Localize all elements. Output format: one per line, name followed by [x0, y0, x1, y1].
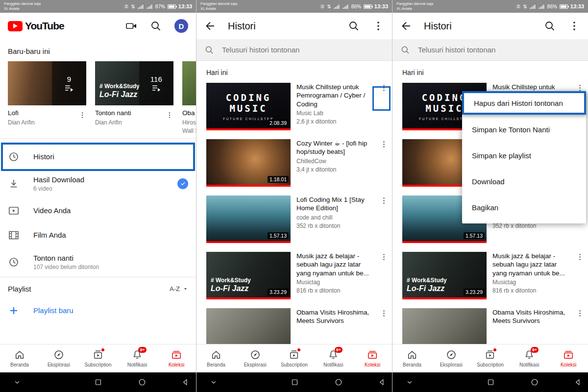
- playlist-thumbnail: 9: [8, 61, 86, 105]
- signal-icon-2: [539, 4, 545, 9]
- back-nav-icon[interactable]: [574, 378, 582, 387]
- status-time: 13:33: [178, 3, 192, 9]
- sidebar-item-hasil-download[interactable]: Hasil Download6 video: [0, 169, 196, 198]
- screenshot-canvas: Panggilan darurat saja XL Axiata ② ⇅ 87%…: [0, 0, 588, 392]
- recent-playlist-lofi[interactable]: 9 Lofi Dian Arifin: [8, 61, 86, 134]
- sort-control[interactable]: A-Z: [170, 285, 188, 293]
- sidebar-item-tonton-nanti[interactable]: Tonton nanti107 video belum ditonton: [0, 247, 196, 277]
- panel-history: Panggilan darurat saja XL Axiata ② ⇅ 86%…: [196, 0, 392, 392]
- downloaded-check-icon: [177, 178, 188, 189]
- recent-playlist-clipped[interactable]: Oba Hiros Wall S: [182, 61, 196, 134]
- kebab-menu-icon[interactable]: [568, 20, 580, 32]
- kebab-menu-icon[interactable]: [372, 20, 384, 32]
- status-bar: Panggilan darurat saja XL Axiata ② ⇅ 86%…: [196, 0, 392, 13]
- status-time: 13:33: [374, 3, 388, 9]
- nav-koleksi[interactable]: Koleksi: [157, 344, 196, 372]
- recent-playlist-watch-later[interactable]: # Work&Study Lo-Fi Jazz 116 Tonton nanti…: [95, 61, 173, 134]
- nav-beranda[interactable]: Beranda: [196, 344, 236, 372]
- home-nav-icon[interactable]: [530, 378, 539, 387]
- recents-icon[interactable]: [94, 378, 102, 387]
- video-row[interactable]: 1.18.01 Cozy Winter ☕ - [lofi hip hop/st…: [196, 135, 392, 191]
- menu-item-download[interactable]: Download: [462, 169, 586, 195]
- new-playlist-button[interactable]: Playlist baru: [0, 298, 196, 323]
- sidebar-item-histori[interactable]: Histori: [0, 145, 196, 169]
- library-icon: [563, 349, 574, 360]
- youtube-logo: YouTube: [8, 20, 64, 32]
- nav-subscription[interactable]: Subscription: [78, 344, 118, 372]
- data-transfer-icon: ⇅: [131, 4, 135, 9]
- video-menu-button[interactable]: [378, 252, 389, 299]
- back-nav-icon[interactable]: [378, 378, 386, 387]
- menu-item-save-watch-later[interactable]: Simpan ke Tonton Nanti: [462, 117, 586, 143]
- watch-progress-bar: [206, 128, 291, 130]
- nav-koleksi[interactable]: Koleksi: [353, 344, 392, 372]
- panel-library: Panggilan darurat saja XL Axiata ② ⇅ 87%…: [0, 0, 196, 392]
- home-icon: [14, 349, 25, 360]
- watch-later-icon: [8, 256, 20, 268]
- search-input[interactable]: Telusuri histori tontonan: [392, 39, 588, 61]
- bell-icon: 9+: [132, 349, 143, 360]
- compass-icon: [250, 349, 261, 360]
- recents-icon[interactable]: [487, 378, 495, 387]
- history-header: Histori: [196, 13, 392, 39]
- hide-navbar-icon[interactable]: [406, 378, 414, 386]
- video-menu-button[interactable]: [378, 83, 389, 130]
- nav-eksplorasi[interactable]: Eksplorasi: [432, 344, 471, 372]
- hide-navbar-icon[interactable]: [13, 378, 21, 386]
- nav-beranda[interactable]: Beranda: [392, 344, 432, 372]
- data-transfer-icon: ⇅: [327, 4, 331, 9]
- signal-icon-2: [343, 4, 349, 9]
- home-nav-icon[interactable]: [138, 378, 147, 387]
- playlist-menu-icon[interactable]: [166, 111, 173, 119]
- back-icon[interactable]: [400, 20, 412, 32]
- search-placeholder: Telusuri histori tontonan: [222, 46, 299, 54]
- nav-subscription[interactable]: Subscription: [471, 344, 510, 372]
- search-icon[interactable]: [544, 20, 556, 32]
- status-time: 13:33: [570, 3, 584, 9]
- section-today: Hari ini: [206, 69, 392, 76]
- search-icon[interactable]: [348, 20, 360, 32]
- search-input[interactable]: Telusuri histori tontonan: [196, 39, 392, 61]
- nav-eksplorasi[interactable]: Eksplorasi: [236, 344, 275, 372]
- menu-item-share[interactable]: Bagikan: [462, 195, 586, 220]
- recents-icon[interactable]: [291, 378, 299, 387]
- sidebar-item-video-anda[interactable]: Video Anda: [0, 198, 196, 223]
- bell-icon: 9+: [524, 349, 535, 360]
- video-menu-button[interactable]: [574, 252, 585, 299]
- subscriptions-icon: [289, 349, 299, 360]
- video-thumbnail: 1.57.13: [206, 196, 291, 243]
- back-nav-icon[interactable]: [181, 378, 190, 387]
- nav-notifikasi[interactable]: 9+ Notifikasi: [510, 344, 549, 372]
- video-row[interactable]: 1.57.13 Lofi Coding Mix 1 [Stay Home Edi…: [196, 191, 392, 247]
- video-row[interactable]: # Work&Study Lo-Fi Jazz 3.23.29 Musik ja…: [196, 247, 392, 304]
- nav-subscription[interactable]: Subscription: [275, 344, 314, 372]
- menu-item-remove-from-history[interactable]: Hapus dari Histori tontonan: [462, 91, 586, 115]
- avatar[interactable]: D: [174, 19, 188, 33]
- bottom-nav: Beranda Eksplorasi Subscription 9+ Notif…: [196, 344, 392, 372]
- sidebar-item-film-anda[interactable]: Film Anda: [0, 223, 196, 247]
- video-menu-button[interactable]: [378, 196, 389, 243]
- caret-down-icon: [183, 286, 188, 292]
- create-video-icon[interactable]: [125, 20, 137, 32]
- section-today: Hari ini: [402, 69, 588, 76]
- nav-beranda[interactable]: Beranda: [0, 344, 39, 372]
- video-row[interactable]: # Work&Study Lo-Fi Jazz 3.23.29 Musik ja…: [392, 247, 588, 304]
- nav-notifikasi[interactable]: 9+ Notifikasi: [118, 344, 157, 372]
- menu-item-save-playlist[interactable]: Simpan ke playlist: [462, 143, 586, 169]
- hide-navbar-icon[interactable]: [210, 378, 218, 386]
- nav-koleksi[interactable]: Koleksi: [549, 344, 588, 372]
- download-icon: [8, 178, 20, 190]
- playlist-menu-icon[interactable]: [78, 111, 86, 119]
- volte-icon: ②: [320, 4, 324, 9]
- new-content-dot: [101, 348, 104, 351]
- search-icon: [400, 45, 410, 55]
- video-row[interactable]: CODING MUSIC FUTURE CHILLSTEP 2.08.39 Mu…: [196, 78, 392, 135]
- nav-eksplorasi[interactable]: Eksplorasi: [39, 344, 78, 372]
- search-icon[interactable]: [150, 20, 162, 32]
- back-icon[interactable]: [204, 20, 216, 32]
- bell-icon: 9+: [328, 349, 339, 360]
- library-icon: [171, 349, 182, 360]
- home-nav-icon[interactable]: [334, 378, 343, 387]
- video-menu-button[interactable]: [378, 139, 389, 187]
- nav-notifikasi[interactable]: 9+ Notifikasi: [314, 344, 353, 372]
